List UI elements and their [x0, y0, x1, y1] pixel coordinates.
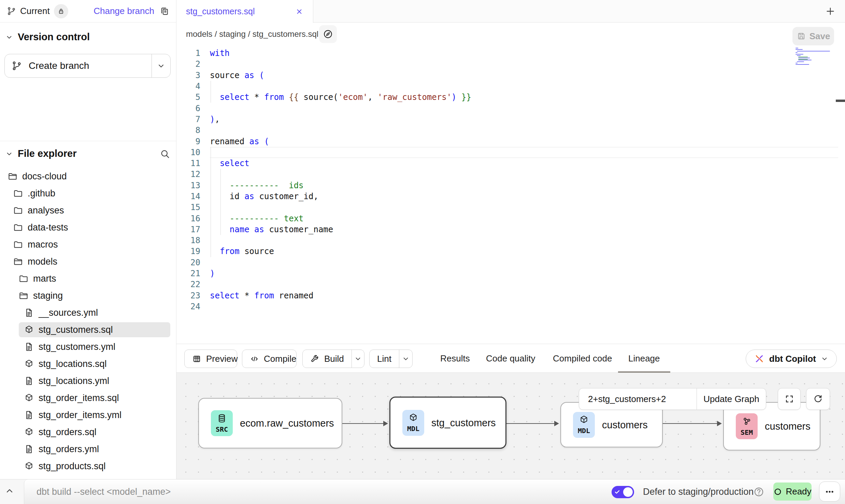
preview-button[interactable]: Preview: [184, 350, 237, 368]
lineage-node[interactable]: MDLstg_customers: [389, 397, 506, 449]
tree-item[interactable]: stg_order_items.sql: [0, 389, 176, 406]
create-branch-main[interactable]: Create branch: [5, 54, 152, 77]
indent-guide: [211, 191, 211, 202]
change-branch-link[interactable]: Change branch: [94, 6, 154, 16]
code-editor[interactable]: 1with23source as (45 select * from {{ so…: [177, 45, 845, 344]
chevron-down-icon[interactable]: [5, 33, 13, 41]
chevron-down-icon[interactable]: [5, 150, 13, 158]
command-input[interactable]: dbt build --select <model_name>: [37, 487, 171, 497]
help-icon[interactable]: [754, 487, 764, 497]
code-token: [210, 192, 230, 201]
create-branch-button[interactable]: Create branch: [4, 54, 171, 78]
minimap-line: [796, 49, 803, 50]
save-button[interactable]: Save: [792, 27, 834, 45]
tree-item[interactable]: macros: [0, 236, 176, 253]
tree-item[interactable]: staging: [0, 287, 176, 304]
lineage-selector-input[interactable]: 2+stg_customers+2: [579, 388, 697, 410]
indent-guide: [211, 224, 211, 235]
dbt-copilot-button[interactable]: dbt Copilot: [746, 350, 837, 368]
file-explorer-header: File explorer: [5, 148, 170, 159]
status-bar: dbt build --select <model_name> Defer to…: [0, 479, 845, 504]
code-token: [259, 92, 264, 102]
tree-item[interactable]: stg_orders.yml: [0, 441, 176, 458]
fullscreen-button[interactable]: [778, 388, 801, 410]
code-line: 10: [177, 147, 845, 158]
more-options-button[interactable]: [819, 481, 840, 502]
code-line: 7),: [177, 114, 845, 125]
code-token: [240, 192, 244, 201]
compile-button[interactable]: Compile: [242, 350, 297, 368]
code-line: 8: [177, 125, 845, 136]
tree-item[interactable]: stg_locations.sql: [0, 355, 176, 372]
code-line: 18: [177, 235, 845, 246]
tab-stg-customers-sql[interactable]: stg_customers.sql: [176, 0, 313, 23]
code-token: ---------- ids: [230, 181, 304, 190]
defer-toggle[interactable]: [612, 486, 634, 498]
copy-icon[interactable]: [160, 6, 169, 16]
tree-item[interactable]: analyses: [0, 202, 176, 219]
indent-guide: [211, 158, 211, 169]
model-icon: [579, 415, 589, 425]
code-token: *: [244, 291, 249, 300]
tab-compiled-code[interactable]: Compiled code: [553, 344, 612, 373]
tree-item[interactable]: stg_customers.sql: [0, 321, 176, 338]
tree-item[interactable]: models: [0, 253, 176, 270]
new-tab-icon[interactable]: [825, 6, 835, 16]
lint-dropdown[interactable]: [399, 350, 412, 368]
dbt-cloud-ide: Current Change branch Version control Cr…: [0, 0, 845, 504]
tab-code-quality[interactable]: Code quality: [486, 344, 535, 373]
tree-item[interactable]: .github: [0, 185, 176, 202]
tree-item[interactable]: docs-cloud: [0, 168, 176, 185]
code-line-content: [210, 257, 838, 268]
tab-results[interactable]: Results: [440, 344, 470, 373]
code-token: [210, 225, 230, 234]
minimap-line: [797, 55, 801, 56]
update-graph-button[interactable]: Update Graph: [697, 388, 766, 410]
model-icon: [24, 359, 34, 369]
tree-item-label: __sources.yml: [39, 308, 98, 318]
code-token: customer_id: [259, 192, 314, 201]
line-number: 15: [177, 203, 205, 212]
navigate-lineage-button[interactable]: [319, 25, 337, 43]
code-line-content: [210, 235, 838, 246]
create-branch-dropdown[interactable]: [152, 54, 170, 77]
code-line-content: ),: [210, 114, 838, 125]
tree-item-label: stg_locations.sql: [39, 359, 107, 369]
build-button[interactable]: Build: [302, 350, 364, 368]
tree-item[interactable]: data-tests: [0, 219, 176, 236]
code-token: select: [220, 159, 249, 168]
save-label: Save: [810, 31, 830, 42]
search-icon[interactable]: [160, 149, 170, 159]
status-badge[interactable]: Ready: [773, 483, 812, 501]
lint-button[interactable]: Lint: [369, 350, 413, 368]
lineage-canvas[interactable]: SRCecom.raw_customersMDLstg_customersMDL…: [176, 373, 845, 479]
lineage-node[interactable]: SRCecom.raw_customers: [198, 398, 342, 448]
breadcrumb-row: models / staging / stg_customers.sql Sav…: [176, 23, 845, 45]
code-token: [284, 92, 289, 102]
tree-item[interactable]: stg_order_items.yml: [0, 406, 176, 424]
tree-item[interactable]: stg_products.sql: [0, 458, 176, 475]
code-token: [210, 181, 230, 190]
refresh-button[interactable]: [806, 388, 830, 410]
indent-guide: [220, 224, 221, 235]
build-dropdown[interactable]: [352, 350, 364, 368]
copilot-sparkle-icon: [754, 354, 764, 364]
tree-item[interactable]: marts: [0, 270, 176, 287]
tree-item[interactable]: stg_locations.yml: [0, 372, 176, 389]
close-icon[interactable]: [295, 8, 303, 16]
lineage-edge: [342, 423, 387, 424]
tree-item[interactable]: stg_orders.sql: [0, 424, 176, 441]
node-label: customers: [765, 421, 811, 432]
chevron-up-icon[interactable]: [5, 486, 14, 496]
tab-lineage[interactable]: Lineage: [628, 344, 660, 373]
refresh-icon: [813, 394, 823, 404]
code-token: from: [220, 247, 240, 256]
code-token: {{: [289, 92, 299, 102]
scrollbar-thumb[interactable]: [836, 100, 845, 102]
editor-minimap[interactable]: [796, 48, 835, 68]
code-token: [299, 92, 303, 102]
tree-item-label: docs-cloud: [22, 171, 67, 182]
tree-item[interactable]: stg_customers.yml: [0, 338, 176, 355]
tree-item[interactable]: __sources.yml: [0, 304, 176, 321]
code-line-content: name as customer_name: [210, 224, 838, 235]
